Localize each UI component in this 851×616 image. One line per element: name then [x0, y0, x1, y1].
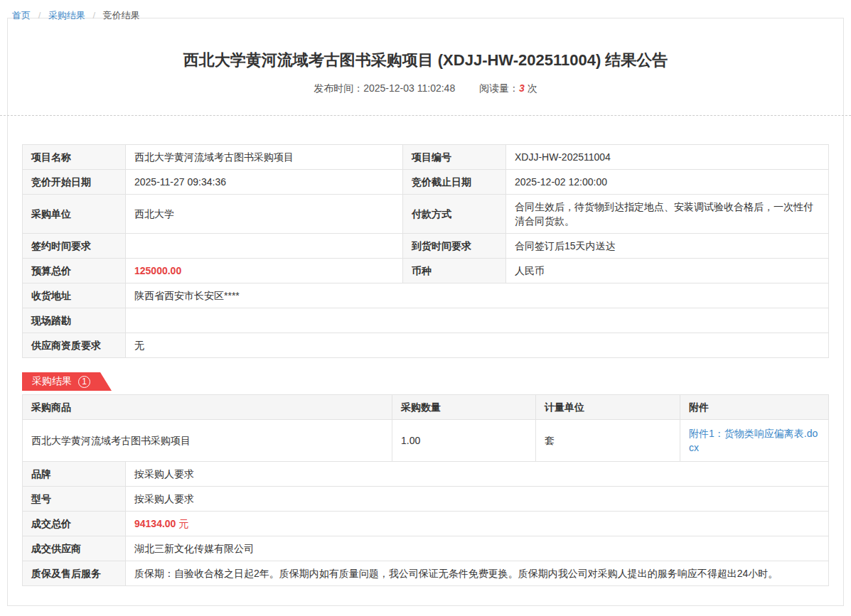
- table-row: 项目名称 西北大学黄河流域考古图书采购项目 项目编号 XDJJ-HW-20251…: [23, 145, 829, 170]
- table-row: 型号 按采购人要求: [23, 487, 829, 512]
- deal-price-label: 成交总价: [23, 512, 126, 536]
- winning-supplier-label: 成交供应商: [23, 536, 126, 561]
- deal-price-amount: 94134.00: [134, 518, 176, 529]
- project-info-table: 项目名称 西北大学黄河流域考古图书采购项目 项目编号 XDJJ-HW-20251…: [22, 144, 829, 358]
- table-row: 竞价开始日期 2025-11-27 09:34:36 竞价截止日期 2025-1…: [23, 170, 829, 195]
- payment-method-value: 合同生效后，待货物到达指定地点、安装调试验收合格后，一次性付清合同货款。: [506, 195, 829, 234]
- model-label: 型号: [23, 487, 126, 512]
- supplier-qualification-value: 无: [126, 333, 829, 358]
- signing-time-value: [126, 234, 403, 259]
- quantity-cell: 1.00: [392, 420, 536, 462]
- views-unit: 次: [528, 82, 537, 94]
- warranty-label: 质保及售后服务: [23, 561, 126, 586]
- table-row: 签约时间要求 到货时间要求 合同签订后15天内送达: [23, 234, 829, 259]
- table-row: 供应商资质要求 无: [23, 333, 829, 358]
- project-name-label: 项目名称: [23, 145, 126, 170]
- result-section-header: 采购结果 1: [22, 372, 829, 391]
- quantity-column-header: 采购数量: [392, 395, 536, 420]
- model-value: 按采购人要求: [126, 487, 829, 512]
- result-badge-number-icon: 1: [78, 376, 90, 388]
- result-detail-table: 品牌 按采购人要求 型号 按采购人要求 成交总价 94134.00元 成交供应商…: [22, 461, 829, 586]
- project-name-value: 西北大学黄河流域考古图书采购项目: [126, 145, 403, 170]
- currency-label: 币种: [403, 259, 506, 283]
- breadcrumb-home[interactable]: 首页: [12, 10, 31, 21]
- project-number-label: 项目编号: [403, 145, 506, 170]
- budget-amount: 125000.00: [134, 265, 181, 276]
- table-header-row: 采购商品 采购数量 计量单位 附件: [23, 395, 829, 420]
- dashed-divider: [0, 115, 851, 116]
- delivery-address-value: 陕西省西安市长安区****: [126, 283, 829, 308]
- result-badge: 采购结果 1: [22, 372, 112, 391]
- bid-end-date-label: 竞价截止日期: [403, 170, 506, 195]
- delivery-address-label: 收货地址: [23, 283, 126, 308]
- result-table: 采购商品 采购数量 计量单位 附件 西北大学黄河流域考古图书采购项目 1.00 …: [22, 394, 829, 462]
- table-row: 成交总价 94134.00元: [23, 512, 829, 536]
- project-number-value: XDJJ-HW-202511004: [506, 145, 829, 170]
- breadcrumb-separator: /: [93, 10, 96, 21]
- purchaser-label: 采购单位: [23, 195, 126, 234]
- unit-column-header: 计量单位: [536, 395, 680, 420]
- attachment-column-header: 附件: [680, 395, 829, 420]
- table-row: 采购单位 西北大学 付款方式 合同生效后，待货物到达指定地点、安装调试验收合格后…: [23, 195, 829, 234]
- table-row: 收货地址 陕西省西安市长安区****: [23, 283, 829, 308]
- site-survey-label: 现场踏勘: [23, 308, 126, 333]
- page: 首页 / 采购结果 / 竞价结果 西北大学黄河流域考古图书采购项目 (XDJJ-…: [0, 0, 851, 616]
- publish-time-group: 发布时间：2025-12-03 11:02:48: [314, 82, 458, 94]
- deal-price-value: 94134.00元: [126, 512, 829, 536]
- product-column-header: 采购商品: [23, 395, 392, 420]
- announcement-card: 西北大学黄河流域考古图书采购项目 (XDJJ-HW-202511004) 结果公…: [7, 18, 844, 606]
- views-label: 阅读量：: [479, 82, 519, 94]
- page-title: 西北大学黄河流域考古图书采购项目 (XDJJ-HW-202511004) 结果公…: [36, 50, 815, 71]
- bid-start-date-value: 2025-11-27 09:34:36: [126, 170, 403, 195]
- publish-time-label: 发布时间：: [314, 82, 363, 94]
- budget-total-label: 预算总价: [23, 259, 126, 283]
- attachment-link[interactable]: 附件1：货物类响应偏离表.docx: [689, 426, 820, 455]
- bid-start-date-label: 竞价开始日期: [23, 170, 126, 195]
- winning-supplier-value: 湖北三新文化传媒有限公司: [126, 536, 829, 561]
- result-badge-label: 采购结果: [32, 375, 72, 388]
- table-row: 品牌 按采购人要求: [23, 462, 829, 487]
- views-group: 阅读量：3 次: [479, 82, 537, 94]
- signing-time-label: 签约时间要求: [23, 234, 126, 259]
- delivery-time-value: 合同签订后15天内送达: [506, 234, 829, 259]
- table-row: 预算总价 125000.00 币种 人民币: [23, 259, 829, 283]
- payment-method-label: 付款方式: [403, 195, 506, 234]
- bid-end-date-value: 2025-12-02 12:00:00: [506, 170, 829, 195]
- supplier-qualification-label: 供应商资质要求: [23, 333, 126, 358]
- breadcrumb-current-bidding-results: 竞价结果: [103, 10, 140, 21]
- currency-value: 人民币: [506, 259, 829, 283]
- delivery-time-label: 到货时间要求: [403, 234, 506, 259]
- table-row: 现场踏勘: [23, 308, 829, 333]
- publish-time-value: 2025-12-03 11:02:48: [363, 82, 455, 94]
- views-count: 3: [519, 82, 525, 94]
- purchaser-value: 西北大学: [126, 195, 403, 234]
- table-row: 西北大学黄河流域考古图书采购项目 1.00 套 附件1：货物类响应偏离表.doc…: [23, 420, 829, 462]
- table-row: 质保及售后服务 质保期：自验收合格之日起2年。质保期内如有质量问题，我公司保证无…: [23, 561, 829, 586]
- deal-price-unit: 元: [178, 518, 188, 529]
- product-cell: 西北大学黄河流域考古图书采购项目: [23, 420, 392, 462]
- budget-total-value: 125000.00: [126, 259, 403, 283]
- publish-meta: 发布时间：2025-12-03 11:02:48 阅读量：3 次: [8, 82, 843, 95]
- breadcrumb: 首页 / 采购结果 / 竞价结果: [0, 0, 851, 18]
- breadcrumb-separator: /: [38, 10, 41, 21]
- site-survey-value: [126, 308, 829, 333]
- unit-cell: 套: [536, 420, 680, 462]
- attachment-cell: 附件1：货物类响应偏离表.docx: [680, 420, 829, 462]
- brand-label: 品牌: [23, 462, 126, 487]
- warranty-value: 质保期：自验收合格之日起2年。质保期内如有质量问题，我公司保证无条件免费更换。质…: [126, 561, 829, 586]
- breadcrumb-procurement-results[interactable]: 采购结果: [48, 10, 85, 21]
- table-row: 成交供应商 湖北三新文化传媒有限公司: [23, 536, 829, 561]
- brand-value: 按采购人要求: [126, 462, 829, 487]
